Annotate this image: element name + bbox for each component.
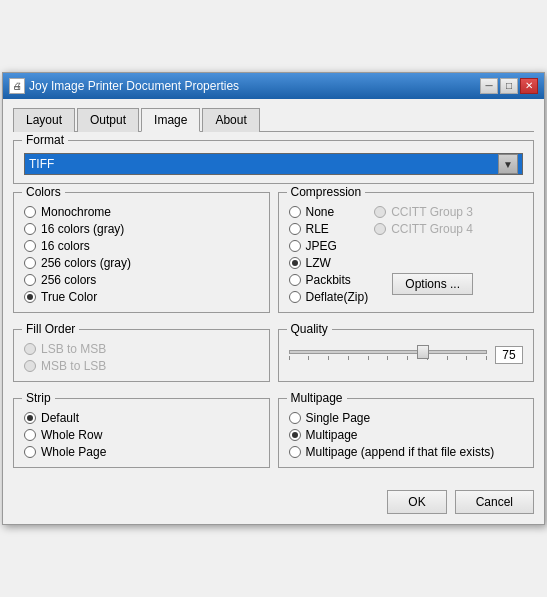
radio-ccitt3[interactable]: [374, 206, 386, 218]
tick: [387, 356, 388, 360]
comp-lzw[interactable]: LZW: [289, 256, 369, 270]
radio-256[interactable]: [24, 274, 36, 286]
compression-label: Compression: [287, 185, 366, 199]
title-bar: 🖨 Joy Image Printer Document Properties …: [3, 73, 544, 99]
slider-thumb[interactable]: [417, 345, 429, 359]
fillorder-group: Fill Order LSB to MSB MSB to LSB: [13, 329, 270, 382]
strip-default[interactable]: Default: [24, 411, 259, 425]
format-group: Format TIFF ▼: [13, 140, 534, 184]
radio-16[interactable]: [24, 240, 36, 252]
bottom-bar: OK Cancel: [13, 484, 534, 514]
fillorder-label: Fill Order: [22, 322, 79, 336]
multipage-radio-group: Single Page Multipage Multipage (append …: [289, 411, 524, 459]
tick: [486, 356, 487, 360]
radio-strip-wholerow[interactable]: [24, 429, 36, 441]
tick: [407, 356, 408, 360]
maximize-button[interactable]: □: [500, 78, 518, 94]
tab-output[interactable]: Output: [77, 108, 139, 132]
color-16gray[interactable]: 16 colors (gray): [24, 222, 259, 236]
radio-truecolor[interactable]: [24, 291, 36, 303]
strip-radio-group: Default Whole Row Whole Page: [24, 411, 259, 459]
radio-jpeg[interactable]: [289, 240, 301, 252]
format-label: Format: [22, 133, 68, 147]
quality-slider[interactable]: [289, 350, 488, 360]
color-truecolor[interactable]: True Color: [24, 290, 259, 304]
comp-none[interactable]: None: [289, 205, 369, 219]
cancel-button[interactable]: Cancel: [455, 490, 534, 514]
radio-none[interactable]: [289, 206, 301, 218]
multipage-label: Multipage: [287, 391, 347, 405]
radio-strip-default[interactable]: [24, 412, 36, 424]
quality-group: Quality: [278, 329, 535, 382]
color-256gray[interactable]: 256 colors (gray): [24, 256, 259, 270]
tab-layout[interactable]: Layout: [13, 108, 75, 132]
colors-label: Colors: [22, 185, 65, 199]
tick: [447, 356, 448, 360]
format-dropdown-arrow[interactable]: ▼: [498, 154, 518, 174]
tick: [466, 356, 467, 360]
tick: [368, 356, 369, 360]
tab-image[interactable]: Image: [141, 108, 200, 132]
window-title: Joy Image Printer Document Properties: [29, 79, 239, 93]
slider-track: [289, 350, 488, 354]
color-256[interactable]: 256 colors: [24, 273, 259, 287]
mp-single[interactable]: Single Page: [289, 411, 524, 425]
title-buttons: ─ □ ✕: [480, 78, 538, 94]
fillorder-quality-row: Fill Order LSB to MSB MSB to LSB Quality: [13, 329, 534, 390]
radio-mp-single[interactable]: [289, 412, 301, 424]
radio-deflate[interactable]: [289, 291, 301, 303]
radio-strip-wholepage[interactable]: [24, 446, 36, 458]
close-button[interactable]: ✕: [520, 78, 538, 94]
radio-ccitt4[interactable]: [374, 223, 386, 235]
colors-compression-row: Colors Monochrome 16 colors (gray) 16 co…: [13, 192, 534, 321]
radio-monochrome[interactable]: [24, 206, 36, 218]
tick: [328, 356, 329, 360]
multipage-group: Multipage Single Page Multipage Multipag…: [278, 398, 535, 468]
fill-lsb[interactable]: LSB to MSB: [24, 342, 259, 356]
quality-value: 75: [495, 346, 523, 364]
comp-deflate[interactable]: Deflate(Zip): [289, 290, 369, 304]
comp-ccitt3[interactable]: CCITT Group 3: [374, 205, 473, 219]
format-select[interactable]: TIFF ▼: [24, 153, 523, 175]
options-button[interactable]: Options ...: [392, 273, 473, 295]
mp-multi[interactable]: Multipage: [289, 428, 524, 442]
radio-256gray[interactable]: [24, 257, 36, 269]
format-selected-value: TIFF: [29, 157, 498, 171]
radio-rle[interactable]: [289, 223, 301, 235]
comp-rle[interactable]: RLE: [289, 222, 369, 236]
strip-multipage-row: Strip Default Whole Row Whole Page: [13, 398, 534, 476]
minimize-button[interactable]: ─: [480, 78, 498, 94]
radio-16gray[interactable]: [24, 223, 36, 235]
color-16[interactable]: 16 colors: [24, 239, 259, 253]
colors-group: Colors Monochrome 16 colors (gray) 16 co…: [13, 192, 270, 313]
comp-jpeg[interactable]: JPEG: [289, 239, 369, 253]
compression-group: Compression None RLE JPEG: [278, 192, 535, 313]
comp-ccitt4[interactable]: CCITT Group 4: [374, 222, 473, 236]
color-monochrome[interactable]: Monochrome: [24, 205, 259, 219]
compression-col1: None RLE JPEG LZW: [289, 205, 369, 304]
radio-mp-multi[interactable]: [289, 429, 301, 441]
tick: [308, 356, 309, 360]
radio-lzw[interactable]: [289, 257, 301, 269]
comp-packbits[interactable]: Packbits: [289, 273, 369, 287]
fillorder-radio-group: LSB to MSB MSB to LSB: [24, 342, 259, 373]
quality-label: Quality: [287, 322, 332, 336]
main-window: 🖨 Joy Image Printer Document Properties …: [2, 72, 545, 525]
tick: [348, 356, 349, 360]
ok-button[interactable]: OK: [387, 490, 446, 514]
radio-packbits[interactable]: [289, 274, 301, 286]
fill-msb[interactable]: MSB to LSB: [24, 359, 259, 373]
tab-about[interactable]: About: [202, 108, 259, 132]
window-content: Layout Output Image About Format TIFF ▼ …: [3, 99, 544, 524]
radio-msb[interactable]: [24, 360, 36, 372]
radio-mp-append[interactable]: [289, 446, 301, 458]
strip-wholepage[interactable]: Whole Page: [24, 445, 259, 459]
tab-bar: Layout Output Image About: [13, 107, 534, 132]
strip-label: Strip: [22, 391, 55, 405]
mp-append[interactable]: Multipage (append if that file exists): [289, 445, 524, 459]
strip-wholerow[interactable]: Whole Row: [24, 428, 259, 442]
slider-ticks: [289, 356, 488, 360]
quality-inner: 75: [289, 346, 524, 364]
colors-radio-group: Monochrome 16 colors (gray) 16 colors 25…: [24, 205, 259, 304]
radio-lsb[interactable]: [24, 343, 36, 355]
